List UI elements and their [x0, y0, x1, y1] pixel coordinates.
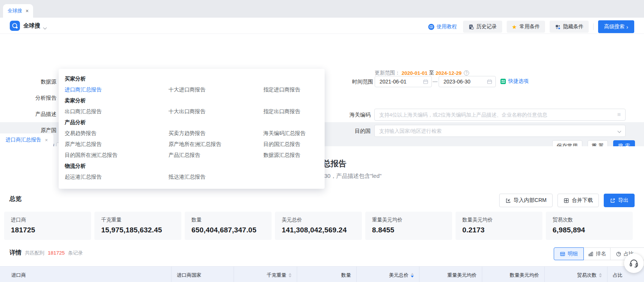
destination-label: 目的国 [325, 128, 371, 135]
ranking-icon [588, 251, 594, 257]
col-usd-per-qty: 数量美元均价 [482, 267, 545, 282]
menu-group-product: 产品分析 [65, 119, 86, 126]
overview-title: 总览 [9, 195, 21, 203]
report-dropdown-menu: 买家分析 进口商汇总报告 十大进口商报告 指定进口商报告 卖家分析 出口商汇总报… [59, 69, 325, 189]
update-range-end: 2024-12-29 [436, 70, 462, 76]
menu-item-datasource-summary[interactable]: 数据源汇总报告 [263, 152, 300, 159]
history-button[interactable]: 历史记录 [463, 21, 502, 33]
menu-group-buyer: 买家分析 [65, 76, 86, 82]
view-rank-button[interactable]: 排名 [583, 247, 611, 260]
date-range-dash: — [433, 79, 437, 84]
sort-icon [289, 273, 292, 277]
time-end-input[interactable] [439, 76, 496, 87]
menu-item-product-summary[interactable]: 产品汇总报告 [169, 152, 200, 159]
col-quantity: 数量 [297, 267, 357, 282]
pie-icon [616, 251, 621, 257]
advanced-search-button[interactable]: 高级搜索 › [598, 20, 634, 33]
col-trade-count[interactable]: 贸易次数 [545, 267, 608, 282]
menu-item-specified-importer[interactable]: 指定进口商报告 [263, 86, 300, 93]
data-source-label: 数据源 [11, 79, 56, 85]
tutorial-icon [428, 24, 434, 30]
quick-options-icon [500, 79, 506, 84]
chevron-down-icon[interactable] [44, 24, 46, 30]
app-title: 全球搜 [23, 22, 40, 29]
table-header: 进口商 进口商国家 千克重量 数量 美元总价 重量美元均价 数量美元均价 [0, 266, 644, 282]
menu-item-origin-summary[interactable]: 原产地汇总报告 [65, 141, 102, 148]
history-icon [468, 24, 474, 30]
menu-item-exporter-summary[interactable]: 出口商汇总报告 [65, 108, 102, 115]
browser-tab-active[interactable]: 全球搜 × [3, 4, 33, 18]
stats-row: 进口商 181725 千克重量 15,975,185,632.45 数量 650… [4, 212, 633, 240]
match-prefix: 共匹配到 [25, 250, 44, 256]
hs-code-input[interactable]: ≡ [374, 109, 626, 121]
stat-card-trade-count: 贸易次数 6,985,894 [546, 212, 633, 240]
sort-icon [599, 273, 602, 277]
origin-country-label: 原产国 [11, 127, 56, 134]
col-usd-per-weight: 重量美元均价 [419, 267, 482, 282]
view-rank-label: 排名 [596, 250, 606, 257]
col-importer: 进口商 [0, 267, 172, 282]
update-range: 更新范围： 2020-01-01 至 2024-12-29 ? [375, 70, 469, 76]
match-count: 181725 [48, 250, 65, 256]
menu-item-specified-exporter[interactable]: 指定出口商报告 [263, 108, 300, 115]
menu-group-seller: 卖家分析 [65, 97, 86, 104]
merge-icon [564, 198, 569, 203]
sort-icon-active [411, 273, 414, 277]
update-range-to: 至 [429, 70, 434, 76]
menu-item-top10-importers[interactable]: 十大进口商报告 [169, 86, 205, 93]
help-icon[interactable]: ? [464, 70, 469, 76]
update-range-label: 更新范围： [375, 70, 400, 76]
menu-item-destination-continent-summary[interactable]: 目的国所在洲汇总报告 [65, 152, 117, 159]
favorites-button[interactable]: ★ 常用条件 [507, 21, 545, 33]
hide-conditions-button[interactable]: 隐藏条件 [550, 21, 589, 33]
stat-card-usd-per-qty: 数量美元均价 0.2173 [456, 212, 542, 240]
results-tab[interactable]: 进口商汇总报告 × [0, 133, 53, 146]
star-icon: ★ [512, 24, 517, 30]
menu-item-buyer-seller-trend[interactable]: 买卖方趋势报告 [169, 130, 205, 137]
arrow-right-icon: › [626, 24, 628, 30]
hs-code-label: 海关编码 [325, 112, 371, 118]
export-button[interactable]: 导出 [604, 194, 635, 207]
overview-actions: 导入内部CRM 合并下载 导出 [499, 194, 635, 207]
support-fab[interactable] [624, 253, 644, 273]
report-subtitle-fragment: 30，产品描述包含"led" [324, 173, 381, 180]
import-crm-label: 导入内部CRM [513, 197, 547, 204]
header-divider [593, 23, 594, 30]
close-icon[interactable]: × [26, 8, 29, 14]
quick-options-link[interactable]: 快捷选项 [500, 78, 529, 85]
merge-download-button[interactable]: 合并下载 [557, 194, 599, 207]
menu-item-hs-summary[interactable]: 海关编码汇总报告 [263, 130, 305, 137]
time-start-input[interactable] [375, 76, 432, 87]
list-icon[interactable]: ≡ [617, 112, 621, 118]
view-detail-label: 明细 [568, 250, 578, 257]
stat-card-usd-per-weight: 重量美元均价 8.8455 [365, 212, 452, 240]
app-header: 全球搜 使用教程 历史记录 ★ 常用条件 隐藏条件 高级搜索 › [0, 18, 644, 34]
view-detail-button[interactable]: 明细 [554, 247, 584, 260]
favorites-label: 常用条件 [519, 23, 540, 30]
menu-item-arrival-port-summary[interactable]: 抵达港汇总报告 [169, 174, 205, 180]
tutorial-link[interactable]: 使用教程 [428, 23, 457, 30]
menu-group-logistics: 物流分析 [65, 163, 86, 170]
product-desc-label: 产品描述 [11, 111, 56, 118]
quick-options-label: 快捷选项 [508, 78, 529, 85]
close-icon[interactable]: × [45, 138, 48, 143]
col-kg-weight[interactable]: 千克重量 [234, 267, 297, 282]
menu-item-departure-port-summary[interactable]: 起运港汇总报告 [65, 174, 102, 180]
hide-conditions-label: 隐藏条件 [563, 23, 583, 30]
stat-card-importers: 进口商 181725 [4, 212, 91, 240]
menu-item-origin-continent-summary[interactable]: 原产地所在洲汇总报告 [169, 141, 221, 148]
destination-input[interactable] [374, 125, 626, 137]
import-crm-button[interactable]: 导入内部CRM [499, 194, 553, 207]
col-usd-total[interactable]: 美元总价 [357, 267, 419, 282]
menu-item-trend[interactable]: 交易趋势报告 [65, 130, 96, 137]
menu-item-top10-exporters[interactable]: 十大出口商报告 [169, 108, 205, 115]
headset-icon [629, 258, 639, 268]
match-suffix: 条记录 [68, 250, 83, 256]
screen: 全球搜 × 全球搜 使用教程 历史记录 ★ 常用条件 隐藏条件 [0, 0, 644, 282]
menu-item-destination-summary[interactable]: 目的国汇总报告 [263, 141, 300, 148]
report-title-fragment: 总报告 [323, 158, 346, 169]
merge-download-label: 合并下载 [572, 197, 593, 204]
menu-item-importer-summary[interactable]: 进口商汇总报告 [65, 86, 102, 93]
col-importer-country: 进口商国家 [172, 267, 234, 282]
export-icon [610, 198, 615, 203]
